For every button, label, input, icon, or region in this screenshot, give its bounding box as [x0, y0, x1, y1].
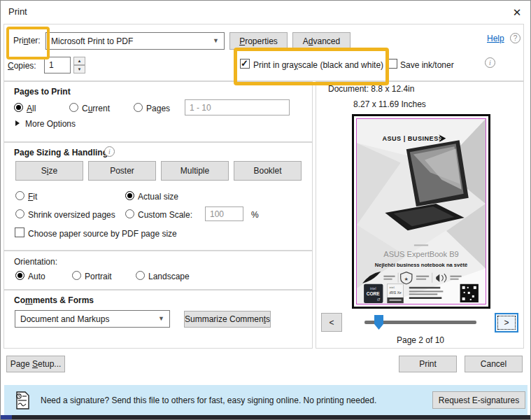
page-sizing-title: Page Sizing & Handling: [14, 148, 108, 158]
radio-pages-label[interactable]: Pages: [146, 104, 170, 113]
svg-text:Nejlehčí business notebook na: Nejlehčí business notebook na světě: [375, 262, 467, 268]
booklet-button[interactable]: Booklet: [234, 161, 302, 181]
close-icon[interactable]: ✕: [507, 4, 527, 22]
radio-landscape[interactable]: [136, 271, 145, 280]
page-setup-button[interactable]: Page Setup...: [6, 356, 65, 372]
svg-text:intel.: intel.: [390, 286, 395, 289]
more-options-toggle[interactable]: More Options: [25, 119, 76, 129]
info-icon[interactable]: i: [485, 57, 495, 68]
signature-bar: Need a signature? Send this file to othe…: [4, 385, 528, 415]
choose-paper-label[interactable]: Choose paper source by PDF page size: [28, 229, 177, 239]
radio-pages[interactable]: [134, 103, 143, 112]
radio-fit-label[interactable]: Fit: [28, 192, 37, 202]
radio-shrink[interactable]: [15, 209, 24, 218]
svg-text:intel: intel: [370, 287, 376, 290]
radio-portrait-label[interactable]: Portrait: [85, 272, 112, 281]
copies-input[interactable]: 1: [44, 57, 71, 74]
poster-button[interactable]: Poster: [88, 161, 156, 181]
choose-paper-checkbox[interactable]: [15, 227, 24, 237]
svg-text:iRIS Xe: iRIS Xe: [390, 290, 402, 295]
orientation-title: Orientation:: [14, 257, 57, 267]
stepper-down-icon[interactable]: ▼: [73, 65, 85, 74]
svg-text:CORE: CORE: [367, 291, 381, 296]
prev-page-button[interactable]: <: [321, 313, 342, 332]
background-taskbar-fragment: [1, 415, 12, 420]
copies-label: Copies:: [8, 61, 36, 71]
cpu-badge: intel CORE i7: [364, 284, 383, 303]
page-indicator: Page 2 of 10: [392, 335, 448, 345]
percent-label: %: [251, 210, 259, 220]
preview-page: ASUS | BUSINESS ASUS ExpertBook B9 Nejle…: [352, 114, 490, 309]
page-range-input[interactable]: 1 - 10: [185, 99, 290, 115]
grayscale-checkbox[interactable]: [240, 59, 250, 69]
sizing-info-icon[interactable]: i: [104, 146, 115, 157]
radio-current[interactable]: [69, 103, 78, 112]
preview-ad-image: ASUS | BUSINESS ASUS ExpertBook B9 Nejle…: [357, 119, 486, 304]
radio-auto[interactable]: [15, 271, 24, 280]
radio-current-label[interactable]: Current: [82, 104, 110, 113]
radio-portrait[interactable]: [72, 271, 81, 280]
printer-select[interactable]: Microsoft Print to PDF ▼: [45, 32, 225, 50]
radio-actual-size-label[interactable]: Actual size: [138, 192, 178, 202]
svg-text:★: ★: [404, 276, 409, 281]
dialog-title: Print: [8, 6, 27, 17]
chevron-down-icon: ▼: [158, 315, 164, 322]
request-esignatures-button[interactable]: Request E-signatures: [432, 391, 525, 409]
radio-auto-label[interactable]: Auto: [28, 272, 45, 281]
printer-select-value: Microsoft Print to PDF: [51, 36, 133, 46]
expand-triangle-icon[interactable]: [15, 120, 20, 126]
comments-select-value: Document and Markups: [20, 314, 109, 324]
radio-fit[interactable]: [15, 191, 24, 200]
copies-stepper[interactable]: ▲ ▼: [73, 57, 85, 74]
cancel-button[interactable]: Cancel: [465, 356, 523, 372]
next-page-button[interactable]: >: [495, 313, 518, 332]
radio-actual-size[interactable]: [125, 191, 134, 200]
custom-scale-input[interactable]: 100: [205, 206, 243, 221]
print-button[interactable]: Print: [399, 356, 457, 372]
chevron-down-icon: ▼: [213, 37, 219, 44]
summarize-comments-button[interactable]: Summarize Comments: [184, 311, 271, 328]
help-link[interactable]: Help: [487, 34, 504, 43]
radio-shrink-label[interactable]: Shrink oversized pages: [28, 210, 115, 220]
stepper-up-icon[interactable]: ▲: [73, 57, 85, 65]
svg-text:i7: i7: [377, 298, 380, 302]
svg-text:ASUS ExpertBook B9: ASUS ExpertBook B9: [383, 251, 458, 259]
signature-message: Need a signature? Send this file to othe…: [41, 396, 376, 405]
radio-custom-scale-label[interactable]: Custom Scale:: [138, 210, 192, 220]
preview-margin-border: ASUS | BUSINESS ASUS ExpertBook B9 Nejle…: [356, 118, 486, 304]
help-icon[interactable]: ?: [510, 33, 521, 43]
radio-all-label[interactable]: All: [27, 104, 36, 113]
svg-text:ASUS | BUSINESS: ASUS | BUSINESS: [382, 135, 443, 142]
comments-title: Comments & Forms: [14, 295, 94, 305]
document-size-label: Document: 8.8 x 12.4in: [328, 84, 414, 94]
pages-to-print-title: Pages to Print: [14, 87, 71, 97]
radio-custom-scale[interactable]: [125, 209, 134, 218]
print-dialog: Print ✕ Printer: Microsoft Print to PDF …: [0, 0, 531, 420]
properties-button[interactable]: Properties: [229, 32, 288, 50]
radio-all[interactable]: [14, 103, 23, 112]
save-ink-checkbox[interactable]: [388, 59, 397, 69]
qr-code: [460, 284, 479, 302]
paper-size-label: 8.27 x 11.69 Inches: [353, 99, 426, 109]
save-ink-label[interactable]: Save ink/toner: [400, 60, 454, 70]
gpu-badge: intel. iRIS Xe: [387, 284, 403, 303]
grayscale-label[interactable]: Print in grayscale (black and white): [253, 60, 383, 70]
signature-document-icon: [14, 391, 31, 410]
size-button[interactable]: Size: [15, 161, 83, 181]
advanced-button[interactable]: Advanced: [292, 32, 351, 50]
background-window-strip: [1, 415, 531, 420]
comments-select[interactable]: Document and Markups ▼: [15, 310, 170, 328]
radio-landscape-label[interactable]: Landscape: [148, 272, 190, 281]
printer-label: Printer:: [13, 36, 41, 46]
multiple-button[interactable]: Multiple: [161, 161, 229, 181]
